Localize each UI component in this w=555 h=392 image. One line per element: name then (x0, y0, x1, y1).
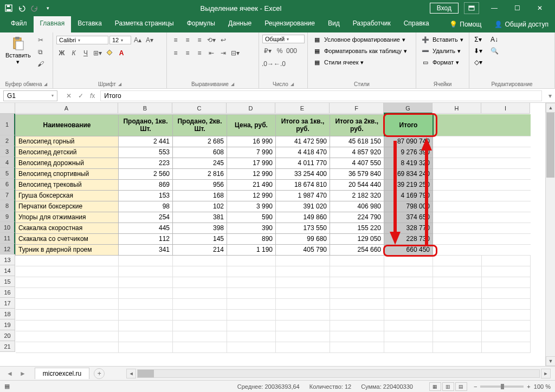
dialog-launcher-icon[interactable]: ◢ (118, 82, 121, 87)
tab-data[interactable]: Данные (222, 16, 258, 32)
col-header[interactable]: I (481, 103, 530, 114)
data-cell[interactable]: 12 990 (227, 168, 276, 179)
name-cell[interactable]: Велосипед трековый (16, 179, 119, 190)
tab-layout[interactable]: Разметка страницы (108, 16, 180, 32)
data-cell[interactable]: 553 (119, 147, 173, 158)
data-cell[interactable]: 245 (173, 158, 227, 168)
name-cell[interactable]: Груша боксерская (16, 190, 119, 201)
row-header[interactable]: 21 (0, 341, 15, 352)
data-cell[interactable]: 4 857 920 (330, 147, 384, 158)
row-header[interactable]: 17 (0, 298, 15, 309)
bold-button[interactable]: Ж (56, 48, 67, 58)
row-header[interactable]: 15 (0, 276, 15, 287)
data-cell[interactable]: 1 987 470 (276, 190, 330, 201)
data-cell[interactable]: 149 860 (276, 212, 330, 223)
row-header[interactable]: 4 (0, 157, 15, 168)
wrap-text-icon[interactable]: ↩ (218, 35, 229, 45)
comma-icon[interactable]: 000 (286, 45, 297, 56)
data-table[interactable]: НаименованиеПродано, 1кв.Шт.Продано, 2кв… (15, 114, 531, 353)
dialog-launcher-icon[interactable]: ◢ (44, 82, 47, 87)
data-cell[interactable]: 391 020 (276, 201, 330, 212)
dialog-launcher-icon[interactable]: ◢ (231, 82, 234, 87)
row-header[interactable]: 1 (0, 114, 15, 135)
data-cell[interactable]: 3 990 (227, 201, 276, 212)
data-cell[interactable]: 254 (119, 212, 173, 223)
name-cell[interactable]: Скакалка скоростная (16, 223, 119, 233)
data-cell[interactable]: 4 011 770 (276, 158, 330, 168)
underline-button[interactable]: Ч (80, 48, 91, 58)
sheet-nav-prev-icon[interactable]: ◄ (4, 369, 15, 378)
delete-cells-button[interactable]: ➖Удалить ▾ (420, 46, 464, 56)
data-cell[interactable]: 145 (173, 233, 227, 244)
select-all-corner[interactable] (0, 103, 15, 114)
name-cell[interactable]: Велосипед спортивный (16, 168, 119, 179)
close-button[interactable]: ✕ (529, 1, 551, 16)
table-header-cell[interactable]: Продано, 2кв.Шт. (173, 114, 227, 136)
zoom-out-button[interactable]: − (474, 383, 477, 390)
row-header[interactable]: 11 (0, 233, 15, 244)
data-cell[interactable]: 381 (173, 212, 227, 223)
data-cell[interactable]: 590 (227, 212, 276, 223)
data-cell[interactable]: 224 790 (330, 212, 384, 223)
undo-icon[interactable] (17, 4, 26, 12)
table-header-cell[interactable]: Наименование (16, 114, 119, 136)
name-cell[interactable]: Скакалка со счетчиком (16, 233, 119, 244)
col-header[interactable]: D (227, 103, 275, 114)
sort-filter-icon[interactable]: A↓ (489, 35, 500, 44)
tab-help[interactable]: Справка (397, 16, 436, 32)
data-cell[interactable]: 254 660 (330, 244, 384, 255)
merge-icon[interactable]: ⊟▾ (230, 48, 241, 58)
dialog-launcher-icon[interactable]: ◢ (291, 82, 294, 87)
col-header[interactable]: G (384, 103, 433, 114)
data-cell[interactable]: 956 (173, 179, 227, 190)
data-cell[interactable]: 18 674 810 (276, 179, 330, 190)
increase-decimal-icon[interactable]: .0→ (262, 58, 273, 69)
name-cell[interactable]: Упоры для отжимания (16, 212, 119, 223)
normal-view-icon[interactable]: ▦ (429, 382, 441, 391)
fx-icon[interactable]: fx (88, 91, 97, 101)
border-icon[interactable]: ⊞▾ (92, 48, 103, 58)
decrease-font-icon[interactable]: A▾ (144, 35, 155, 45)
cell-styles-button[interactable]: ▦Стили ячеек ▾ (311, 57, 408, 67)
font-name-combo[interactable]: Calibri▾ (56, 36, 108, 44)
data-cell[interactable]: 20 544 440 (330, 179, 384, 190)
data-cell[interactable]: 41 472 590 (276, 136, 330, 147)
number-format-combo[interactable]: Общий▾ (262, 35, 305, 43)
col-header[interactable]: B (118, 103, 172, 114)
data-cell[interactable]: 445 (119, 223, 173, 233)
data-cell[interactable]: 223 (119, 158, 173, 168)
format-painter-icon[interactable]: 🖌 (35, 58, 46, 69)
tab-insert[interactable]: Вставка (71, 16, 108, 32)
copy-icon[interactable]: ⧉ (35, 47, 46, 57)
share-button[interactable]: 👤Общий доступ (488, 16, 555, 32)
data-cell[interactable]: 36 579 840 (330, 168, 384, 179)
autosum-icon[interactable]: Σ▾ (473, 35, 483, 44)
maximize-button[interactable]: ☐ (506, 1, 528, 16)
row-header[interactable]: 13 (0, 254, 15, 265)
zoom-slider[interactable] (480, 386, 524, 388)
data-cell[interactable]: 4 418 470 (276, 147, 330, 158)
scroll-down-icon[interactable]: ▼ (546, 356, 555, 366)
data-cell[interactable]: 890 (227, 233, 276, 244)
data-cell[interactable]: 2 816 (173, 168, 227, 179)
data-cell[interactable]: 341 (119, 244, 173, 255)
horizontal-scrollbar[interactable]: ◄ ► (126, 369, 551, 378)
expand-formula-bar-icon[interactable]: ▾ (545, 92, 555, 100)
table-header-cell[interactable]: Продано, 1кв.Шт. (119, 114, 173, 136)
table-header-cell[interactable]: Итого (384, 114, 433, 136)
data-cell[interactable]: 173 550 (276, 223, 330, 233)
page-layout-view-icon[interactable]: ▥ (442, 382, 454, 391)
tab-view[interactable]: Вид (321, 16, 346, 32)
sheet-tab[interactable]: microexcel.ru (35, 368, 89, 379)
data-cell[interactable]: 406 980 (330, 201, 384, 212)
row-header[interactable]: 7 (0, 190, 15, 200)
font-size-combo[interactable]: 12▾ (109, 36, 131, 44)
new-sheet-button[interactable]: + (94, 368, 105, 379)
tab-developer[interactable]: Разработчик (346, 16, 397, 32)
currency-icon[interactable]: ₽▾ (262, 45, 273, 56)
data-cell[interactable]: 99 680 (276, 233, 330, 244)
data-cell[interactable]: 16 990 (227, 136, 276, 147)
data-cell[interactable]: 12 990 (227, 190, 276, 201)
increase-font-icon[interactable]: A▴ (132, 35, 143, 45)
data-cell[interactable]: 102 (173, 201, 227, 212)
